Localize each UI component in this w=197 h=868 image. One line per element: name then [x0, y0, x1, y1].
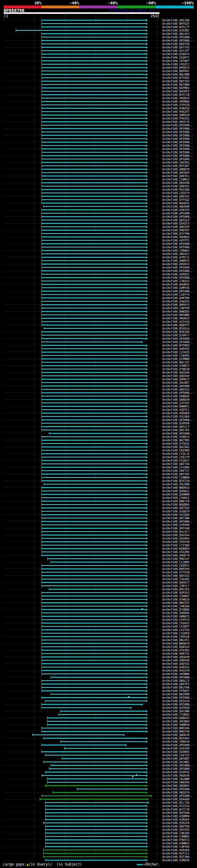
- hit-label[interactable]: UniRef100_C5G0P7: [162, 625, 189, 628]
- hit-label[interactable]: UniRef100_B8PIP4: [162, 567, 189, 570]
- hsp-bar[interactable]: [41, 666, 146, 668]
- hit-label[interactable]: UniRef100_Q876B7: [162, 757, 189, 760]
- hsp-bar[interactable]: [41, 572, 146, 573]
- hit-label[interactable]: UniRef100_UPI000..: [162, 134, 193, 137]
- hsp-bar[interactable]: [41, 280, 146, 281]
- hsp-bar[interactable]: [41, 318, 146, 319]
- hsp-bar[interactable]: [43, 762, 146, 763]
- hit-label[interactable]: UniRef100_B3TLT7: [162, 25, 189, 29]
- hsp-bar[interactable]: [41, 220, 146, 220]
- hsp-bar[interactable]: [41, 497, 146, 498]
- hit-label[interactable]: UniRef100_Q4DTQ1: [162, 662, 189, 665]
- hsp-bar[interactable]: [41, 162, 146, 163]
- hsp-bar[interactable]: [40, 799, 147, 800]
- hsp-bar[interactable]: [41, 514, 146, 515]
- hsp-bar[interactable]: [41, 423, 146, 424]
- hit-label[interactable]: UniRef100_A9UDQ2: [162, 235, 189, 239]
- hit-label[interactable]: UniRef100_A7WQJ4: [162, 435, 189, 438]
- hit-label[interactable]: UniRef100_Q9UVJ7: [162, 581, 189, 584]
- hsp-bar[interactable]: [43, 823, 146, 823]
- hit-label[interactable]: UniRef100_B0D0L6: [162, 486, 189, 489]
- hsp-bar[interactable]: [41, 243, 146, 244]
- hit-label[interactable]: UniRef100_C1BRS3: [162, 178, 189, 181]
- hsp-bar[interactable]: [16, 30, 146, 31]
- hsp-bar[interactable]: [41, 230, 146, 230]
- hit-label[interactable]: UniRef100_Q9DFR4: [162, 659, 189, 662]
- hsp-bar[interactable]: [41, 142, 146, 143]
- hsp-bar[interactable]: [41, 77, 146, 78]
- hit-label[interactable]: UniRef100_UPI000..: [162, 242, 193, 245]
- hsp-bar[interactable]: [41, 148, 146, 149]
- hsp-bar[interactable]: [41, 409, 146, 410]
- hsp-bar[interactable]: [64, 748, 146, 749]
- hit-label[interactable]: UniRef100_B0W2B5: [162, 310, 189, 313]
- hsp-bar[interactable]: [41, 152, 146, 153]
- hit-label[interactable]: UniRef100_A9A466: [162, 848, 189, 852]
- hsp-bar[interactable]: [41, 501, 146, 502]
- hsp-bar[interactable]: [41, 138, 146, 139]
- hsp-bar[interactable]: [51, 694, 146, 695]
- hit-label[interactable]: UniRef100_A7AM80: [162, 357, 189, 361]
- hit-label[interactable]: UniRef100_B7QBD6: [162, 608, 189, 611]
- hit-label[interactable]: UniRef100_Q4LB07: [162, 381, 189, 384]
- hit-label[interactable]: UniRef100_B2YI18: [162, 479, 189, 483]
- hsp-bar[interactable]: [41, 335, 146, 336]
- hsp-bar[interactable]: [41, 599, 146, 600]
- hit-label[interactable]: UniRef100_C1BSM1: [162, 354, 189, 357]
- hit-label[interactable]: UniRef100_B1YC29: [162, 808, 189, 811]
- hsp-bar[interactable]: [41, 382, 146, 383]
- hit-label[interactable]: UniRef100_B9P9A1: [162, 69, 189, 73]
- hit-label[interactable]: UniRef100_UPI000..: [162, 340, 193, 344]
- hit-label[interactable]: UniRef100_A4YCR3: [162, 828, 189, 831]
- hit-label[interactable]: UniRef100_C1GPE0: [162, 631, 189, 635]
- hit-label[interactable]: UniRef100_Q4P3X3: [162, 591, 189, 594]
- hit-label[interactable]: UniRef100_O59229: [162, 821, 189, 825]
- hsp-bar[interactable]: [41, 253, 146, 254]
- hit-label[interactable]: UniRef100_Q66SV4: [162, 374, 189, 377]
- hit-label[interactable]: UniRef100_Q9M5Z9: [162, 113, 189, 117]
- hit-label[interactable]: UniRef100_A4HBW6: [162, 672, 189, 676]
- hsp-bar[interactable]: [47, 721, 146, 722]
- hsp-bar[interactable]: [60, 711, 146, 712]
- hsp-bar[interactable]: [41, 294, 146, 295]
- hsp-bar[interactable]: [41, 165, 146, 166]
- hit-label[interactable]: UniRef100_A8BS96: [162, 780, 189, 784]
- hit-label[interactable]: UniRef100_B9W851: [162, 405, 189, 408]
- hsp-bar[interactable]: [47, 782, 146, 783]
- hit-label[interactable]: UniRef100_UPI000..: [162, 767, 193, 770]
- hsp-bar[interactable]: [41, 145, 146, 146]
- hsp-bar[interactable]: [41, 121, 146, 122]
- hit-label[interactable]: UniRef100_Q9GRJ3: [162, 262, 189, 266]
- hsp-bar[interactable]: [41, 541, 146, 542]
- hsp-bar[interactable]: [41, 311, 146, 312]
- hit-label[interactable]: UniRef100_UPI000..: [162, 391, 193, 395]
- hit-label[interactable]: UniRef100_UPI000..: [162, 39, 193, 42]
- hsp-bar[interactable]: [41, 203, 146, 204]
- hsp-bar[interactable]: [41, 521, 146, 522]
- hit-label[interactable]: UniRef100_C0M4Y8: [162, 740, 189, 743]
- hit-label[interactable]: UniRef100_A3LQK6: [162, 415, 189, 418]
- hit-label[interactable]: UniRef100_Q8T3U2: [162, 472, 189, 476]
- hit-label[interactable]: UniRef100_A1RSE4: [162, 818, 189, 821]
- hit-label[interactable]: UniRef100_A4I670: [162, 669, 189, 672]
- hsp-bar[interactable]: [41, 653, 146, 654]
- hsp-bar[interactable]: [41, 426, 146, 427]
- hsp-bar[interactable]: [41, 731, 146, 732]
- hit-label[interactable]: UniRef100_B6T6W0: [162, 83, 189, 86]
- hit-label[interactable]: UniRef100_A3FPT1: [162, 239, 189, 242]
- hit-label[interactable]: UniRef100_Q38CD1: [162, 665, 189, 669]
- hit-label[interactable]: UniRef100_A8N6Y5: [162, 615, 189, 618]
- hsp-bar[interactable]: [41, 81, 146, 82]
- hsp-bar[interactable]: [45, 829, 146, 830]
- hit-label[interactable]: UniRef100_C4QJW1: [162, 577, 189, 581]
- hsp-bar[interactable]: [41, 430, 146, 430]
- hsp-bar[interactable]: [41, 345, 146, 346]
- hit-label[interactable]: UniRef100_C1N2V2: [162, 279, 189, 283]
- hsp-bar[interactable]: [41, 43, 146, 44]
- hsp-bar[interactable]: [41, 460, 146, 461]
- hsp-bar[interactable]: [41, 155, 146, 156]
- hsp-bar[interactable]: [41, 457, 146, 458]
- hsp-bar[interactable]: [41, 372, 146, 373]
- hsp-bar[interactable]: [41, 453, 146, 454]
- hit-label[interactable]: UniRef100_Q6BQ50: [162, 398, 189, 401]
